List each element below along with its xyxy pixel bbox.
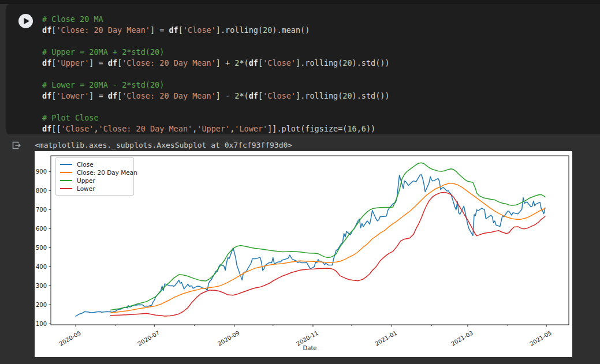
legend-line-swatch [60, 180, 72, 181]
legend-line-swatch [60, 188, 72, 189]
x-tick-label: 2021-05 [528, 329, 553, 347]
series-lower [110, 192, 545, 316]
top-strip [0, 0, 600, 4]
x-tick-label: 2021-03 [450, 329, 474, 347]
code-line [42, 69, 594, 80]
code-line: df[['Close','Close: 20 Day Mean','Upper'… [42, 123, 594, 134]
code-line: df['Close: 20 Day Mean'] = df['Close'].r… [42, 25, 594, 36]
code-cell: # Close 20 MAdf['Close: 20 Day Mean'] = … [6, 4, 600, 134]
x-tick-label: 2020-05 [58, 329, 82, 347]
code-line: # Upper = 20MA + 2*std(20) [42, 47, 594, 58]
legend-item: Upper [60, 177, 130, 185]
output-icon [11, 140, 21, 151]
run-cell-button[interactable] [18, 14, 33, 28]
figure-output: 1002003004005006007008009002020-052020-0… [35, 151, 572, 357]
legend-item: Close [60, 160, 130, 168]
notebook-page: { "notebook": { "cell": { "run_button_la… [0, 0, 600, 364]
play-icon [18, 14, 33, 28]
code-line: df['Lower'] = df['Close: 20 Day Mean'] -… [42, 91, 594, 102]
code-line [42, 36, 594, 47]
legend-label: Upper [77, 177, 95, 184]
x-axis-label: Date [303, 345, 317, 351]
y-tick-label: 800 [36, 187, 47, 194]
series-close-20-day-mean [110, 183, 545, 313]
y-tick-label: 600 [36, 226, 47, 232]
chart-legend: CloseClose: 20 Day MeanUpperLower [55, 157, 134, 196]
legend-label: Close: 20 Day Mean [77, 169, 137, 176]
x-tick-label: 2020-07 [137, 329, 161, 347]
y-tick-label: 700 [36, 207, 47, 213]
y-tick-label: 100 [36, 321, 47, 327]
legend-label: Close [77, 161, 94, 168]
series-upper [110, 163, 545, 310]
y-tick-label: 900 [36, 168, 47, 175]
code-editor[interactable]: # Close 20 MAdf['Close: 20 Day Mean'] = … [42, 14, 594, 134]
y-tick-label: 300 [36, 283, 47, 289]
code-line: # Close 20 MA [42, 14, 594, 25]
output-repr-text: <matplotlib.axes._subplots.AxesSubplot a… [35, 140, 292, 151]
y-tick-label: 500 [36, 245, 47, 251]
legend-item: Close: 20 Day Mean [60, 168, 130, 177]
y-tick-label: 200 [36, 302, 47, 308]
x-tick-label: 2021-01 [374, 329, 398, 347]
code-line: # Plot Close [42, 112, 594, 123]
legend-label: Lower [77, 185, 95, 192]
legend-item: Lower [60, 185, 130, 193]
code-line [42, 102, 594, 112]
code-line: df['Upper'] = df['Close: 20 Day Mean'] +… [42, 58, 594, 69]
y-tick-label: 400 [36, 264, 47, 270]
legend-line-swatch [60, 164, 72, 165]
x-tick-label: 2020-09 [217, 329, 241, 347]
series-close [76, 175, 545, 316]
legend-line-swatch [60, 172, 72, 173]
code-line: # Lower = 20MA - 2*std(20) [42, 80, 594, 91]
